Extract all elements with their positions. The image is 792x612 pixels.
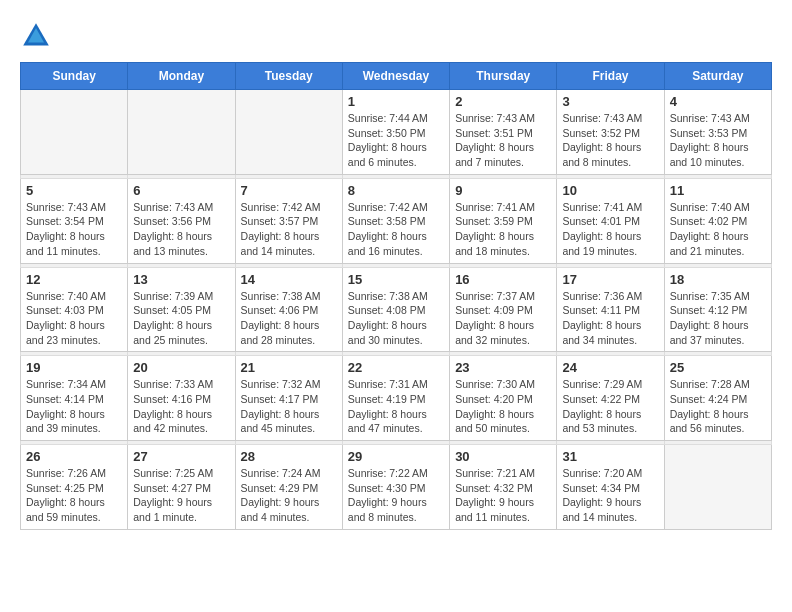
day-number: 23 [455, 360, 551, 375]
day-info: Sunrise: 7:30 AM Sunset: 4:20 PM Dayligh… [455, 377, 551, 436]
logo-icon [20, 20, 52, 52]
day-number: 5 [26, 183, 122, 198]
day-number: 14 [241, 272, 337, 287]
calendar-cell: 10Sunrise: 7:41 AM Sunset: 4:01 PM Dayli… [557, 178, 664, 263]
logo [20, 20, 56, 52]
day-number: 12 [26, 272, 122, 287]
calendar-cell: 28Sunrise: 7:24 AM Sunset: 4:29 PM Dayli… [235, 445, 342, 530]
day-info: Sunrise: 7:29 AM Sunset: 4:22 PM Dayligh… [562, 377, 658, 436]
day-number: 6 [133, 183, 229, 198]
day-info: Sunrise: 7:33 AM Sunset: 4:16 PM Dayligh… [133, 377, 229, 436]
day-info: Sunrise: 7:20 AM Sunset: 4:34 PM Dayligh… [562, 466, 658, 525]
page-header [20, 20, 772, 52]
day-number: 30 [455, 449, 551, 464]
calendar-week-row: 12Sunrise: 7:40 AM Sunset: 4:03 PM Dayli… [21, 267, 772, 352]
day-info: Sunrise: 7:40 AM Sunset: 4:03 PM Dayligh… [26, 289, 122, 348]
calendar-cell [128, 90, 235, 175]
day-info: Sunrise: 7:38 AM Sunset: 4:08 PM Dayligh… [348, 289, 444, 348]
calendar-week-row: 26Sunrise: 7:26 AM Sunset: 4:25 PM Dayli… [21, 445, 772, 530]
calendar-week-row: 19Sunrise: 7:34 AM Sunset: 4:14 PM Dayli… [21, 356, 772, 441]
calendar-cell: 4Sunrise: 7:43 AM Sunset: 3:53 PM Daylig… [664, 90, 771, 175]
weekday-header-tuesday: Tuesday [235, 63, 342, 90]
weekday-header-monday: Monday [128, 63, 235, 90]
day-number: 11 [670, 183, 766, 198]
calendar-cell: 8Sunrise: 7:42 AM Sunset: 3:58 PM Daylig… [342, 178, 449, 263]
day-info: Sunrise: 7:25 AM Sunset: 4:27 PM Dayligh… [133, 466, 229, 525]
day-number: 15 [348, 272, 444, 287]
day-info: Sunrise: 7:36 AM Sunset: 4:11 PM Dayligh… [562, 289, 658, 348]
calendar-cell: 13Sunrise: 7:39 AM Sunset: 4:05 PM Dayli… [128, 267, 235, 352]
calendar-table: SundayMondayTuesdayWednesdayThursdayFrid… [20, 62, 772, 530]
day-number: 16 [455, 272, 551, 287]
day-info: Sunrise: 7:41 AM Sunset: 4:01 PM Dayligh… [562, 200, 658, 259]
calendar-cell: 9Sunrise: 7:41 AM Sunset: 3:59 PM Daylig… [450, 178, 557, 263]
calendar-cell: 20Sunrise: 7:33 AM Sunset: 4:16 PM Dayli… [128, 356, 235, 441]
calendar-cell [21, 90, 128, 175]
calendar-cell: 21Sunrise: 7:32 AM Sunset: 4:17 PM Dayli… [235, 356, 342, 441]
day-info: Sunrise: 7:24 AM Sunset: 4:29 PM Dayligh… [241, 466, 337, 525]
day-info: Sunrise: 7:43 AM Sunset: 3:56 PM Dayligh… [133, 200, 229, 259]
calendar-cell: 6Sunrise: 7:43 AM Sunset: 3:56 PM Daylig… [128, 178, 235, 263]
day-number: 21 [241, 360, 337, 375]
calendar-cell: 3Sunrise: 7:43 AM Sunset: 3:52 PM Daylig… [557, 90, 664, 175]
day-info: Sunrise: 7:26 AM Sunset: 4:25 PM Dayligh… [26, 466, 122, 525]
day-number: 2 [455, 94, 551, 109]
calendar-cell: 23Sunrise: 7:30 AM Sunset: 4:20 PM Dayli… [450, 356, 557, 441]
day-info: Sunrise: 7:42 AM Sunset: 3:57 PM Dayligh… [241, 200, 337, 259]
day-info: Sunrise: 7:38 AM Sunset: 4:06 PM Dayligh… [241, 289, 337, 348]
day-info: Sunrise: 7:42 AM Sunset: 3:58 PM Dayligh… [348, 200, 444, 259]
calendar-cell: 29Sunrise: 7:22 AM Sunset: 4:30 PM Dayli… [342, 445, 449, 530]
day-info: Sunrise: 7:44 AM Sunset: 3:50 PM Dayligh… [348, 111, 444, 170]
calendar-cell: 14Sunrise: 7:38 AM Sunset: 4:06 PM Dayli… [235, 267, 342, 352]
day-info: Sunrise: 7:32 AM Sunset: 4:17 PM Dayligh… [241, 377, 337, 436]
calendar-cell [235, 90, 342, 175]
calendar-cell: 15Sunrise: 7:38 AM Sunset: 4:08 PM Dayli… [342, 267, 449, 352]
day-number: 19 [26, 360, 122, 375]
day-number: 8 [348, 183, 444, 198]
day-info: Sunrise: 7:34 AM Sunset: 4:14 PM Dayligh… [26, 377, 122, 436]
day-number: 25 [670, 360, 766, 375]
day-info: Sunrise: 7:43 AM Sunset: 3:53 PM Dayligh… [670, 111, 766, 170]
day-info: Sunrise: 7:43 AM Sunset: 3:52 PM Dayligh… [562, 111, 658, 170]
weekday-header-friday: Friday [557, 63, 664, 90]
day-info: Sunrise: 7:39 AM Sunset: 4:05 PM Dayligh… [133, 289, 229, 348]
calendar-cell: 26Sunrise: 7:26 AM Sunset: 4:25 PM Dayli… [21, 445, 128, 530]
day-number: 1 [348, 94, 444, 109]
calendar-week-row: 5Sunrise: 7:43 AM Sunset: 3:54 PM Daylig… [21, 178, 772, 263]
day-number: 4 [670, 94, 766, 109]
calendar-cell: 2Sunrise: 7:43 AM Sunset: 3:51 PM Daylig… [450, 90, 557, 175]
day-info: Sunrise: 7:41 AM Sunset: 3:59 PM Dayligh… [455, 200, 551, 259]
day-info: Sunrise: 7:43 AM Sunset: 3:54 PM Dayligh… [26, 200, 122, 259]
weekday-header-thursday: Thursday [450, 63, 557, 90]
day-number: 31 [562, 449, 658, 464]
day-number: 7 [241, 183, 337, 198]
day-info: Sunrise: 7:21 AM Sunset: 4:32 PM Dayligh… [455, 466, 551, 525]
day-number: 27 [133, 449, 229, 464]
day-number: 28 [241, 449, 337, 464]
calendar-cell: 27Sunrise: 7:25 AM Sunset: 4:27 PM Dayli… [128, 445, 235, 530]
day-info: Sunrise: 7:40 AM Sunset: 4:02 PM Dayligh… [670, 200, 766, 259]
day-number: 17 [562, 272, 658, 287]
day-number: 10 [562, 183, 658, 198]
day-info: Sunrise: 7:31 AM Sunset: 4:19 PM Dayligh… [348, 377, 444, 436]
day-info: Sunrise: 7:22 AM Sunset: 4:30 PM Dayligh… [348, 466, 444, 525]
day-number: 3 [562, 94, 658, 109]
calendar-cell: 31Sunrise: 7:20 AM Sunset: 4:34 PM Dayli… [557, 445, 664, 530]
calendar-cell: 25Sunrise: 7:28 AM Sunset: 4:24 PM Dayli… [664, 356, 771, 441]
day-number: 22 [348, 360, 444, 375]
weekday-header-row: SundayMondayTuesdayWednesdayThursdayFrid… [21, 63, 772, 90]
calendar-cell: 30Sunrise: 7:21 AM Sunset: 4:32 PM Dayli… [450, 445, 557, 530]
day-number: 18 [670, 272, 766, 287]
calendar-cell [664, 445, 771, 530]
weekday-header-saturday: Saturday [664, 63, 771, 90]
calendar-cell: 19Sunrise: 7:34 AM Sunset: 4:14 PM Dayli… [21, 356, 128, 441]
calendar-cell: 1Sunrise: 7:44 AM Sunset: 3:50 PM Daylig… [342, 90, 449, 175]
day-number: 24 [562, 360, 658, 375]
day-number: 9 [455, 183, 551, 198]
day-info: Sunrise: 7:37 AM Sunset: 4:09 PM Dayligh… [455, 289, 551, 348]
day-info: Sunrise: 7:35 AM Sunset: 4:12 PM Dayligh… [670, 289, 766, 348]
calendar-cell: 12Sunrise: 7:40 AM Sunset: 4:03 PM Dayli… [21, 267, 128, 352]
calendar-cell: 16Sunrise: 7:37 AM Sunset: 4:09 PM Dayli… [450, 267, 557, 352]
calendar-cell: 7Sunrise: 7:42 AM Sunset: 3:57 PM Daylig… [235, 178, 342, 263]
day-number: 20 [133, 360, 229, 375]
